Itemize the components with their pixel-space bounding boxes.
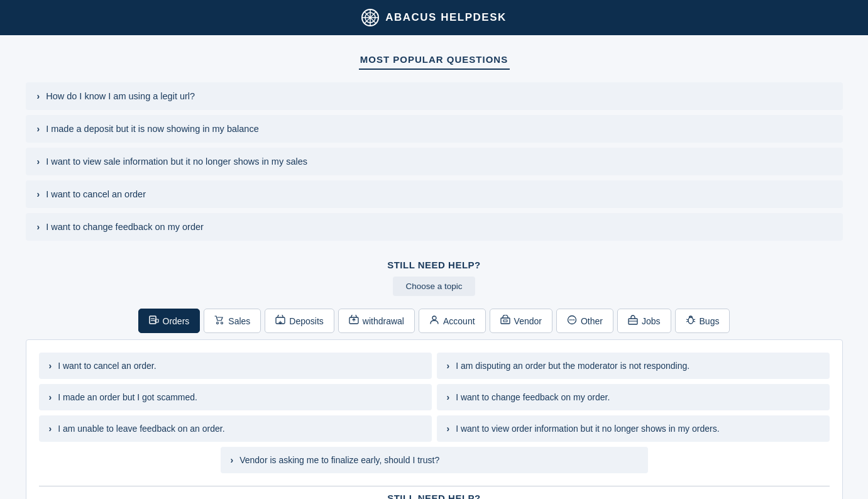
tab-bugs-label: Bugs [700,316,720,326]
chevron-right-icon: › [37,222,40,232]
faq-item-1[interactable]: › How do I know I am using a legit url? [26,82,843,110]
tab-account-label: Account [443,316,475,326]
svg-line-24 [686,319,688,320]
orders-item-finalize-label: Vendor is asking me to finalize early, s… [239,455,439,465]
tab-withdrawal-label: withdrawal [363,316,404,326]
orders-item-cancel[interactable]: › I want to cancel an order. [39,353,432,379]
faq-item-label-3: I want to view sale information but it n… [46,156,307,167]
svg-point-23 [688,317,693,324]
faq-item-label-4: I want to cancel an order [46,189,146,199]
orders-item-feedback[interactable]: › I am unable to leave feedback on an or… [39,415,432,442]
orders-item-scammed[interactable]: › I made an order but I got scammed. [39,384,432,410]
tab-orders[interactable]: Orders [138,309,201,333]
svg-point-14 [432,316,436,320]
popular-questions-section: MOST POPULAR QUESTIONS › How do I know I… [26,54,843,241]
topic-tabs-container: Orders Sales Deposits withdrawal Account [26,309,843,333]
header-title: ABACUS HELPDESK [385,11,507,24]
tab-deposits[interactable]: Deposits [265,309,334,333]
main-content: MOST POPULAR QUESTIONS › How do I know I… [13,35,855,499]
orders-item-cancel-label: I want to cancel an order. [58,361,156,371]
deposits-icon [275,315,285,327]
vendor-icon [500,315,510,327]
svg-line-26 [693,319,695,320]
svg-line-25 [686,321,688,322]
tab-deposits-label: Deposits [289,316,323,326]
chevron-right-icon: › [37,189,40,199]
orders-expanded-section: › I want to cancel an order. › I am disp… [26,339,843,499]
tab-vendor[interactable]: Vendor [490,309,552,333]
tab-sales-label: Sales [228,316,250,326]
orders-item-scammed-label: I made an order but I got scammed. [58,392,197,402]
withdrawal-icon [349,315,359,327]
chevron-right-icon: › [447,361,450,371]
orders-item-view-order[interactable]: › I want to view order information but i… [437,415,830,442]
section-title-underline [359,69,510,70]
tab-orders-label: Orders [163,316,190,326]
faq-item-label-2: I made a deposit but it is now showing i… [46,124,259,134]
orders-items-grid: › I want to cancel an order. › I am disp… [39,353,830,442]
orders-icon [149,315,159,327]
svg-point-11 [221,322,223,324]
orders-item-view-order-label: I want to view order information but it … [456,424,719,434]
bottom-help-title: STILL NEED HELP? [39,493,830,499]
choose-topic-button[interactable]: Choose a topic [393,277,475,296]
bottom-still-need-help: STILL NEED HELP? Open a ticket [39,486,830,499]
account-icon [429,315,439,327]
chevron-right-icon: › [447,424,450,434]
orders-item-feedback-label: I am unable to leave feedback on an orde… [58,424,224,434]
tab-account[interactable]: Account [419,309,486,333]
sales-icon [214,315,224,327]
jobs-icon [628,315,638,327]
bugs-icon [686,315,696,327]
faq-item-3[interactable]: › I want to view sale information but it… [26,148,843,175]
chevron-right-icon: › [37,91,40,101]
orders-item-change-feedback[interactable]: › I want to change feedback on my order. [437,384,830,410]
chevron-right-icon: › [231,455,234,465]
faq-item-2[interactable]: › I made a deposit but it is now showing… [26,115,843,143]
chevron-right-icon: › [49,361,52,371]
tab-other-label: Other [581,316,603,326]
still-need-help-title: STILL NEED HELP? [26,260,843,270]
tab-jobs[interactable]: Jobs [617,309,671,333]
tab-bugs[interactable]: Bugs [675,309,730,333]
tab-sales[interactable]: Sales [204,309,261,333]
svg-rect-16 [503,320,507,322]
svg-line-27 [693,321,695,322]
tab-withdrawal[interactable]: withdrawal [338,309,415,333]
svg-rect-15 [501,318,510,324]
orders-item-disputing[interactable]: › I am disputing an order but the modera… [437,353,830,379]
faq-item-4[interactable]: › I want to cancel an order [26,180,843,208]
chevron-right-icon: › [447,392,450,402]
svg-point-20 [573,319,574,321]
orders-item-disputing-label: I am disputing an order but the moderato… [456,361,689,371]
svg-point-18 [569,319,571,321]
chevron-right-icon: › [37,156,40,167]
orders-item-change-feedback-label: I want to change feedback on my order. [456,392,610,402]
still-need-help-section: STILL NEED HELP? Choose a topic [26,260,843,296]
other-icon [567,315,577,327]
svg-point-10 [217,322,219,324]
tab-jobs-label: Jobs [642,316,661,326]
tab-other[interactable]: Other [556,309,613,333]
svg-point-19 [571,319,573,321]
abacus-logo-icon [361,9,379,26]
chevron-right-icon: › [49,392,52,402]
orders-item-finalize[interactable]: › Vendor is asking me to finalize early,… [221,447,648,473]
faq-item-label-5: I want to change feedback on my order [46,222,204,232]
tab-vendor-label: Vendor [514,316,542,326]
chevron-right-icon: › [37,124,40,134]
faq-item-label-1: How do I know I am using a legit url? [46,91,195,101]
faq-item-5[interactable]: › I want to change feedback on my order [26,213,843,241]
page-header: ABACUS HELPDESK [0,0,868,35]
popular-section-title: MOST POPULAR QUESTIONS [26,54,843,65]
chevron-right-icon: › [49,424,52,434]
